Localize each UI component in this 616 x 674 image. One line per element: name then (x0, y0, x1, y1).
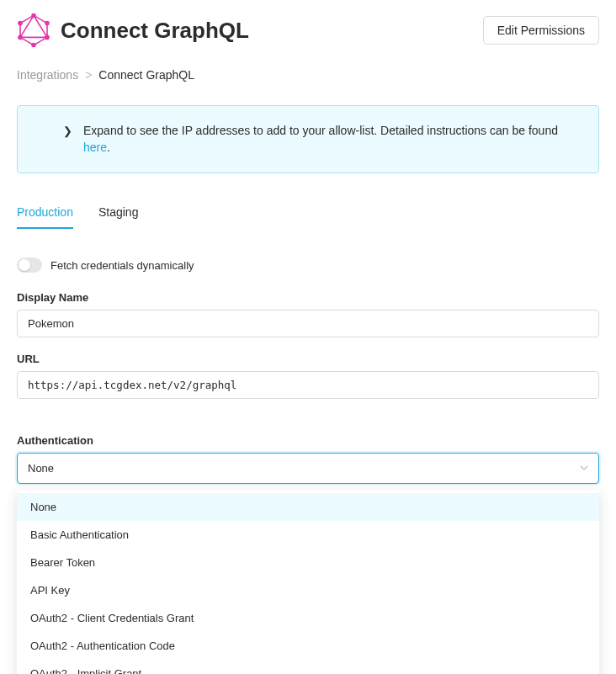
auth-option[interactable]: OAuth2 - Implicit Grant (17, 660, 599, 674)
chevron-right-icon: ❯ (63, 125, 72, 137)
graphql-icon (17, 13, 50, 47)
svg-point-4 (18, 35, 23, 40)
authentication-field: Authentication None NoneBasic Authentica… (17, 434, 599, 484)
breadcrumb: Integrations > Connect GraphQL (17, 68, 599, 82)
tab-production[interactable]: Production (17, 197, 73, 229)
edit-permissions-button[interactable]: Edit Permissions (483, 16, 599, 45)
url-input[interactable] (17, 371, 599, 399)
chevron-right-icon: > (85, 68, 92, 82)
auth-option[interactable]: API Key (17, 576, 599, 604)
tab-staging[interactable]: Staging (98, 197, 138, 229)
alert-text-suffix: . (107, 141, 110, 154)
svg-point-2 (45, 35, 50, 40)
page-header: Connect GraphQL Edit Permissions (17, 13, 599, 47)
alert-body: Expand to see the IP addresses to add to… (83, 123, 575, 156)
page-title: Connect GraphQL (61, 18, 249, 44)
chevron-down-icon (580, 464, 588, 474)
auth-option[interactable]: Basic Authentication (17, 521, 599, 549)
authentication-select[interactable]: None (17, 453, 599, 484)
env-tabs: Production Staging (17, 197, 599, 229)
url-field: URL (17, 353, 599, 399)
display-name-input[interactable] (17, 310, 599, 337)
fetch-dynamic-row: Fetch credentials dynamically (17, 257, 599, 273)
display-name-field: Display Name (17, 291, 599, 337)
fetch-dynamic-toggle[interactable] (17, 257, 42, 273)
breadcrumb-root[interactable]: Integrations (17, 68, 78, 82)
fetch-dynamic-label: Fetch credentials dynamically (50, 259, 194, 272)
info-alert[interactable]: ❯ Expand to see the IP addresses to add … (17, 105, 599, 173)
auth-option[interactable]: None (17, 493, 599, 521)
svg-point-5 (18, 21, 23, 26)
auth-option[interactable]: OAuth2 - Authentication Code (17, 632, 599, 660)
url-label: URL (17, 353, 599, 365)
authentication-select-wrap: None NoneBasic AuthenticationBearer Toke… (17, 453, 599, 484)
svg-point-1 (45, 21, 50, 26)
auth-option[interactable]: Bearer Token (17, 549, 599, 576)
alert-link[interactable]: here (83, 141, 107, 154)
display-name-label: Display Name (17, 291, 599, 304)
alert-text-prefix: Expand to see the IP addresses to add to… (83, 124, 558, 137)
authentication-dropdown: NoneBasic AuthenticationBearer TokenAPI … (17, 490, 599, 674)
auth-option[interactable]: OAuth2 - Client Credentials Grant (17, 604, 599, 632)
header-left: Connect GraphQL (17, 13, 249, 47)
breadcrumb-current: Connect GraphQL (98, 68, 194, 82)
authentication-selected-value: None (28, 462, 54, 475)
toggle-knob (19, 259, 30, 271)
authentication-label: Authentication (17, 434, 599, 447)
